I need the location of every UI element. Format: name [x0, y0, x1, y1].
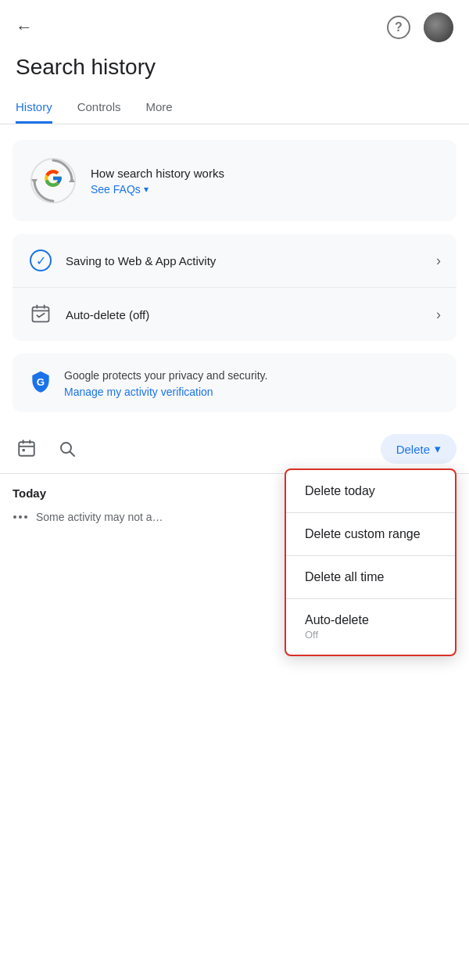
auto-delete-sublabel: Off	[305, 629, 318, 641]
delete-dropdown-container: Delete ▾ Delete today Delete custom rang…	[381, 434, 456, 464]
info-card-title: How search history works	[91, 167, 224, 180]
back-arrow-icon: ←	[16, 17, 33, 38]
toolbar-row: Delete ▾ Delete today Delete custom rang…	[0, 428, 469, 470]
settings-autodelete-label: Auto-delete (off)	[66, 308, 436, 321]
delete-chevron-icon: ▾	[435, 442, 441, 456]
chevron-down-icon: ▾	[144, 184, 149, 195]
see-faqs-button[interactable]: See FAQs ▾	[91, 183, 224, 196]
header: ← ?	[0, 0, 469, 48]
privacy-text-block: Google protects your privacy and securit…	[64, 368, 267, 398]
search-button[interactable]	[53, 435, 81, 463]
help-button[interactable]: ?	[385, 13, 413, 41]
search-icon	[58, 440, 77, 458]
header-right: ?	[385, 13, 453, 42]
delete-button-label: Delete	[396, 443, 430, 456]
delete-button[interactable]: Delete ▾	[381, 434, 456, 464]
tab-controls[interactable]: Controls	[77, 92, 121, 124]
check-circle-icon: ✓	[28, 248, 53, 273]
svg-marker-1	[69, 178, 75, 182]
privacy-shield-icon: G	[28, 369, 53, 394]
avatar[interactable]	[424, 13, 453, 42]
settings-row-autodelete[interactable]: Auto-delete (off) ›	[13, 288, 456, 341]
delete-custom-range-item[interactable]: Delete custom range	[286, 513, 455, 555]
svg-rect-8	[19, 442, 34, 455]
delete-dropdown-menu: Delete today Delete custom range Delete …	[285, 468, 456, 656]
tab-history[interactable]: History	[16, 92, 52, 124]
settings-row-saving[interactable]: ✓ Saving to Web & App Activity ›	[13, 234, 456, 288]
info-card: How search history works See FAQs ▾	[13, 140, 456, 221]
auto-delete-item[interactable]: Auto-delete Off	[286, 599, 455, 655]
calendar-icon	[16, 439, 37, 459]
delete-all-time-item[interactable]: Delete all time	[286, 556, 455, 598]
auto-delete-icon	[28, 302, 53, 327]
calendar-button[interactable]	[13, 435, 41, 463]
header-left: ←	[13, 14, 36, 41]
privacy-text: Google protects your privacy and securit…	[64, 369, 267, 382]
google-logo	[28, 156, 78, 206]
svg-rect-3	[33, 307, 49, 322]
see-faqs-label: See FAQs	[91, 183, 141, 196]
google-g-logo	[43, 168, 63, 193]
settings-saving-label: Saving to Web & App Activity	[66, 254, 436, 267]
delete-today-item[interactable]: Delete today	[286, 470, 455, 512]
info-text-block: How search history works See FAQs ▾	[91, 167, 224, 196]
avatar-image	[424, 13, 453, 42]
svg-text:G: G	[37, 376, 45, 388]
tabs-bar: History Controls More	[0, 92, 469, 124]
help-circle-icon: ?	[387, 16, 410, 39]
svg-line-14	[70, 452, 75, 457]
activity-note-text: Some activity may not a…	[36, 511, 163, 523]
page-title: Search history	[0, 48, 469, 92]
privacy-card: G Google protects your privacy and secur…	[13, 354, 456, 412]
back-button[interactable]: ←	[13, 14, 36, 41]
chevron-right-icon: ›	[436, 253, 441, 269]
svg-marker-2	[31, 179, 38, 184]
auto-delete-label: Auto-delete	[305, 613, 369, 627]
svg-rect-12	[23, 449, 25, 451]
content-area: How search history works See FAQs ▾ ✓ Sa…	[0, 124, 469, 412]
checkmark-icon: ✓	[30, 249, 52, 271]
ellipsis-icon	[13, 509, 28, 525]
chevron-right-icon-2: ›	[436, 307, 441, 323]
tab-more[interactable]: More	[146, 92, 173, 124]
manage-activity-link[interactable]: Manage my activity verification	[64, 386, 213, 398]
settings-card: ✓ Saving to Web & App Activity › Auto-de…	[13, 234, 456, 341]
